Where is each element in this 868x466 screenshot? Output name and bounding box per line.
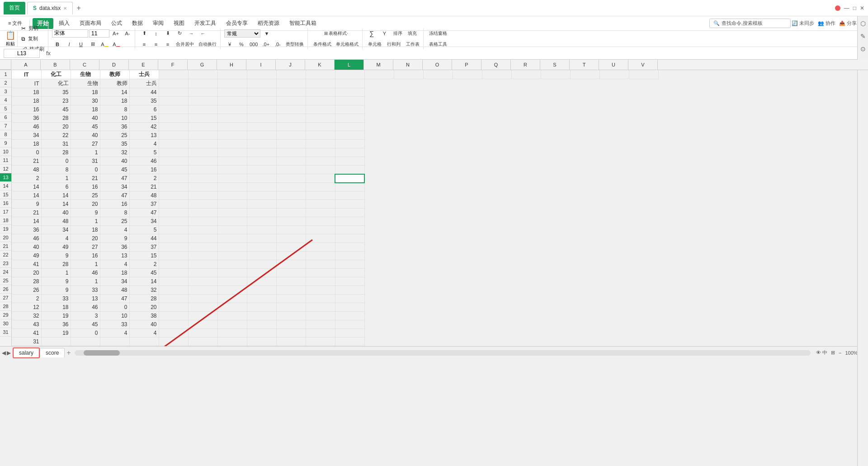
cell-e18[interactable]: 34 [129, 217, 159, 226]
col-header-e[interactable]: E [129, 60, 158, 70]
cell-button[interactable]: 单元格 [366, 39, 383, 49]
cell-b4[interactable]: 23 [41, 97, 71, 105]
cell-b30[interactable]: 36 [41, 320, 71, 329]
cell-e2[interactable]: 士兵 [129, 79, 159, 88]
cell-b8[interactable]: 22 [41, 131, 71, 140]
cell-f5[interactable] [159, 105, 188, 114]
cell-a26[interactable]: 26 [12, 286, 41, 295]
cell-a8[interactable]: 34 [12, 131, 41, 140]
cell-j3[interactable] [276, 88, 306, 97]
cell-r1[interactable] [511, 70, 541, 79]
tab-nav-right[interactable]: ▶ [7, 350, 11, 356]
cell-k4[interactable] [306, 97, 335, 105]
cell-h12[interactable] [217, 166, 247, 174]
share-button[interactable]: 📤 分享 [839, 20, 857, 27]
cell-h14[interactable] [217, 183, 247, 191]
cell-j29[interactable] [276, 312, 306, 320]
cell-d27[interactable]: 47 [100, 295, 129, 303]
cell-i20[interactable] [247, 234, 276, 243]
cell-i16[interactable] [247, 200, 276, 209]
cell-v1[interactable] [629, 70, 658, 79]
cell-c22[interactable]: 16 [71, 252, 100, 260]
cell-e5[interactable]: 6 [129, 105, 159, 114]
cell-i11[interactable] [247, 157, 276, 166]
cell-k27[interactable] [306, 295, 335, 303]
cell-b13[interactable]: 1 [41, 174, 71, 183]
cell-e3[interactable]: 44 [129, 88, 159, 97]
cell-d1[interactable]: 教师 [100, 70, 129, 79]
cell-g6[interactable] [188, 114, 217, 123]
cell-b27[interactable]: 33 [41, 295, 71, 303]
cell-d6[interactable]: 10 [100, 114, 129, 123]
add-tab-button[interactable]: + [75, 4, 82, 12]
cell-b11[interactable]: 0 [41, 157, 71, 166]
cell-f32[interactable] [159, 338, 188, 346]
cell-i22[interactable] [247, 252, 276, 260]
cell-l32[interactable] [335, 338, 364, 346]
cell-a18[interactable]: 14 [12, 217, 41, 226]
cell-h11[interactable] [217, 157, 247, 166]
grid-view-button[interactable]: ⊞ [831, 350, 835, 356]
cell-h16[interactable] [217, 200, 247, 209]
row-header-31[interactable]: 31 [0, 328, 11, 337]
row-header-15[interactable]: 15 [0, 190, 11, 199]
cell-l19[interactable] [335, 226, 364, 234]
cell-b9[interactable]: 31 [41, 140, 71, 148]
cell-f26[interactable] [159, 286, 188, 295]
row-header-29[interactable]: 29 [0, 311, 11, 319]
font-size-input[interactable] [89, 29, 109, 38]
cell-a10[interactable]: 0 [12, 148, 41, 157]
cell-b21[interactable]: 49 [41, 243, 71, 252]
row-header-17[interactable]: 17 [0, 208, 11, 216]
cell-g10[interactable] [188, 148, 217, 157]
sync-button[interactable]: 🔄 未同步 [792, 20, 814, 27]
col-header-l[interactable]: L [335, 60, 364, 70]
cell-g31[interactable] [188, 329, 217, 338]
cell-a29[interactable]: 32 [12, 312, 41, 320]
row-header-1[interactable]: 1 [0, 70, 11, 79]
format-dropdown-button[interactable]: ▼ [261, 29, 272, 38]
cell-a5[interactable]: 16 [12, 105, 41, 114]
cell-a31[interactable]: 41 [12, 329, 41, 338]
cell-l29[interactable] [335, 312, 364, 320]
cell-d25[interactable]: 34 [100, 277, 129, 286]
cell-h29[interactable] [217, 312, 247, 320]
cell-e30[interactable]: 40 [129, 320, 159, 329]
cell-q1[interactable] [482, 70, 511, 79]
view-menu-item[interactable]: 视图 [169, 18, 189, 29]
cell-b10[interactable]: 28 [41, 148, 71, 157]
cell-h18[interactable] [217, 217, 247, 226]
cell-j28[interactable] [276, 303, 306, 312]
cell-b22[interactable]: 9 [41, 252, 71, 260]
cell-j13[interactable] [276, 174, 306, 183]
tab-nav-left[interactable]: ◀ [2, 350, 6, 356]
cell-i23[interactable] [247, 260, 276, 269]
cell-a11[interactable]: 21 [12, 157, 41, 166]
thousands-button[interactable]: 000 [248, 39, 259, 49]
cell-j17[interactable] [276, 209, 306, 217]
cell-b14[interactable]: 6 [41, 183, 71, 191]
horizontal-scrollbar[interactable] [75, 350, 811, 356]
cell-j4[interactable] [276, 97, 306, 105]
cell-c30[interactable]: 45 [71, 320, 100, 329]
cell-e23[interactable]: 2 [129, 260, 159, 269]
cell-f25[interactable] [159, 277, 188, 286]
cell-j21[interactable] [276, 243, 306, 252]
cell-k11[interactable] [306, 157, 335, 166]
cell-a21[interactable]: 40 [12, 243, 41, 252]
cell-g15[interactable] [188, 191, 217, 200]
cell-b15[interactable]: 14 [41, 191, 71, 200]
cell-f24[interactable] [159, 269, 188, 277]
cell-c7[interactable]: 45 [71, 123, 100, 131]
cell-c19[interactable]: 18 [71, 226, 100, 234]
cell-h31[interactable] [217, 329, 247, 338]
cell-g26[interactable] [188, 286, 217, 295]
cell-f21[interactable] [159, 243, 188, 252]
cell-j6[interactable] [276, 114, 306, 123]
cell-a4[interactable]: 18 [12, 97, 41, 105]
cell-a20[interactable]: 46 [12, 234, 41, 243]
cell-g18[interactable] [188, 217, 217, 226]
cell-a25[interactable]: 28 [12, 277, 41, 286]
cell-i24[interactable] [247, 269, 276, 277]
col-header-t[interactable]: T [570, 60, 599, 70]
